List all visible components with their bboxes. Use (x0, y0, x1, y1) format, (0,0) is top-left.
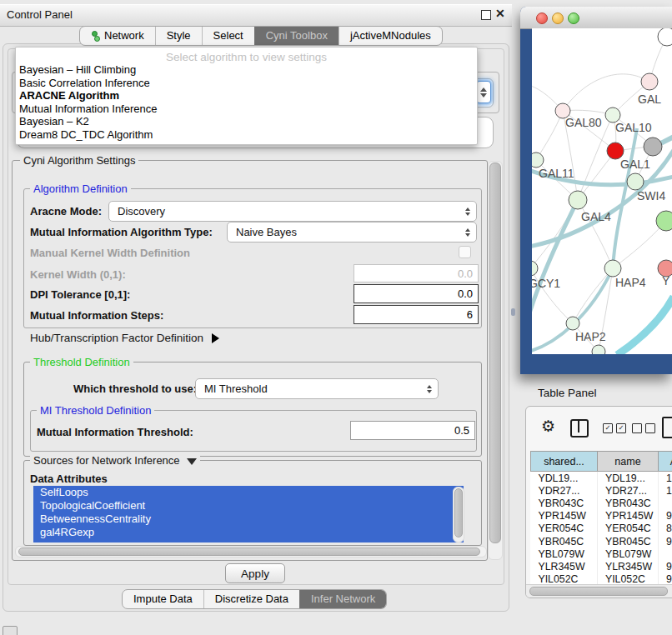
minimize-traffic-light-icon[interactable] (552, 12, 564, 24)
dock-corner-icon[interactable] (3, 626, 18, 635)
close-traffic-light-icon[interactable] (536, 12, 548, 24)
table-row[interactable]: YER054CYER054C8. (531, 522, 672, 535)
table-cell[interactable]: YLR345W (531, 560, 598, 572)
table-cell[interactable]: 9. (659, 535, 672, 548)
table-row[interactable]: YBR043CYBR043C (531, 497, 672, 509)
table-cell[interactable]: YDR27... (531, 484, 598, 497)
network-node[interactable] (532, 152, 544, 168)
table-cell[interactable]: YER054C (598, 522, 659, 535)
table-row[interactable]: YBL079WYBL079W (531, 548, 672, 560)
data-attributes-list[interactable]: SelfLoopsTopologicalCoefficientBetweenne… (33, 486, 464, 542)
dpi-tolerance-field[interactable]: 0.0 (354, 284, 479, 303)
table-cell[interactable]: YPR145W (531, 510, 598, 522)
combo-stepper-icon[interactable] (476, 81, 491, 103)
table-cell[interactable]: YER054C (531, 522, 598, 535)
table-cell[interactable]: 9. (659, 510, 672, 522)
tab-impute-data[interactable]: Impute Data (123, 590, 203, 608)
checked-boxes-icon[interactable]: ✓✓ (603, 423, 626, 433)
table-cell[interactable]: YDL19... (531, 472, 598, 485)
which-threshold-combo[interactable]: MI Threshold (195, 378, 439, 399)
tab-select[interactable]: Select (202, 27, 254, 45)
table-cell[interactable] (659, 548, 672, 560)
network-node[interactable] (569, 191, 587, 209)
attr-list-scrollbar-thumb[interactable] (454, 488, 463, 538)
network-view-window[interactable]: GALGAL80GAL10GAL1GAL11SWI4GAL4GCY1HAP4YH… (520, 7, 672, 374)
stepper-icon (427, 385, 438, 393)
algorithm-option[interactable]: Dream8 DC_TDC Algorithm (16, 128, 477, 142)
attribute-list-item[interactable]: TopologicalCoefficient (33, 499, 464, 512)
attribute-list-item[interactable]: gal4RGexp (33, 526, 464, 539)
split-columns-icon[interactable] (570, 419, 589, 438)
table-column-header[interactable]: name (598, 452, 659, 472)
hub-definition-expander[interactable]: Hub/Transcription Factor Definition (30, 332, 219, 344)
settings-scrollbar-thumb[interactable] (489, 162, 501, 543)
table-cell[interactable]: 13 (659, 472, 672, 485)
attribute-list-item[interactable]: SelfLoops (33, 486, 464, 499)
tab-network[interactable]: Network (80, 27, 155, 45)
table-hscrollbar-track[interactable] (526, 584, 672, 598)
network-node[interactable] (644, 138, 662, 156)
table-cell[interactable]: YDL19... (598, 472, 659, 485)
table-cell[interactable]: YBR043C (598, 497, 659, 509)
table-column-header[interactable]: A (659, 452, 672, 472)
document-icon[interactable] (662, 417, 672, 438)
algorithm-option[interactable]: Mutual Information Inference (16, 102, 477, 116)
table-cell[interactable]: 9. (659, 560, 672, 572)
tab-cyni-toolbox[interactable]: Cyni Toolbox (254, 27, 339, 45)
table-hscrollbar-thumb[interactable] (529, 587, 668, 596)
table-row[interactable]: YDL19...YDL19...13 (531, 472, 672, 485)
table-cell[interactable]: YBL079W (531, 548, 598, 560)
table-cell[interactable]: YBR045C (531, 535, 598, 548)
table-cell[interactable] (659, 497, 672, 509)
table-row[interactable]: YLR345WYLR345W9. (531, 560, 672, 572)
algorithm-option[interactable]: ARACNE Algorithm (16, 89, 477, 102)
table-cell[interactable]: 8. (659, 522, 672, 535)
float-window-icon[interactable] (481, 10, 491, 20)
algorithm-option[interactable]: Bayesian – Hill Climbing (16, 63, 477, 77)
table-row[interactable]: YDR27...YDR27...12 (531, 484, 672, 497)
network-node[interactable] (627, 173, 644, 190)
network-node[interactable] (604, 260, 621, 277)
table-row[interactable]: YPR145WYPR145W9. (531, 510, 672, 522)
table-cell[interactable]: YBR045C (598, 535, 659, 548)
sources-group-title[interactable]: Sources for Network Inference (30, 455, 200, 466)
tab-discretize-data[interactable]: Discretize Data (203, 590, 299, 608)
settings-hscrollbar-thumb[interactable] (18, 548, 480, 556)
network-node[interactable] (658, 28, 672, 46)
network-node-label: GAL10 (615, 121, 652, 134)
tab-infer-network[interactable]: Infer Network (299, 590, 386, 608)
algorithm-option[interactable]: Bayesian – K2 (16, 115, 477, 128)
network-node[interactable] (592, 345, 605, 354)
unchecked-boxes-icon[interactable] (632, 423, 655, 433)
mi-threshold-field[interactable]: 0.5 (350, 421, 475, 440)
table-cell[interactable]: YBL079W (598, 548, 659, 560)
apply-button[interactable]: Apply (225, 563, 285, 583)
network-node[interactable] (566, 317, 579, 330)
panel-splitter-handle[interactable] (511, 308, 515, 316)
table-row[interactable]: YBR045CYBR045C9. (531, 535, 672, 548)
network-node[interactable] (641, 73, 658, 90)
table-cell[interactable]: 12 (659, 484, 672, 497)
gear-icon[interactable]: ⚙ (541, 418, 555, 434)
tab-label: Impute Data (133, 590, 193, 608)
mi-type-combo[interactable]: Naive Bayes (227, 222, 477, 242)
aracne-mode-combo[interactable]: Discovery (108, 201, 477, 222)
manual-kernel-checkbox[interactable] (459, 246, 471, 258)
table-cell[interactable]: YBR043C (531, 497, 598, 509)
network-canvas[interactable]: GALGAL80GAL10GAL1GAL11SWI4GAL4GCY1HAP4YH… (532, 28, 672, 354)
zoom-traffic-light-icon[interactable] (568, 12, 579, 24)
table-cell[interactable]: YLR345W (598, 560, 659, 572)
network-node[interactable] (607, 142, 624, 159)
tab-jactivemnodules[interactable]: jActiveMNodules (339, 27, 442, 45)
algorithm-option[interactable]: Basic Correlation Inference (16, 77, 477, 90)
table-column-header[interactable]: shared... (531, 452, 598, 472)
tab-style[interactable]: Style (155, 27, 202, 45)
network-node[interactable] (532, 261, 538, 276)
kernel-width-field[interactable]: 0.0 (354, 264, 479, 282)
close-icon[interactable]: ✕ (495, 7, 505, 20)
table-cell[interactable]: YPR145W (598, 510, 659, 522)
network-node[interactable] (656, 211, 672, 231)
mi-steps-field[interactable]: 6 (354, 305, 479, 324)
table-cell[interactable]: YDR27... (598, 484, 659, 497)
attribute-list-item[interactable]: BetweennessCentrality (33, 512, 464, 526)
